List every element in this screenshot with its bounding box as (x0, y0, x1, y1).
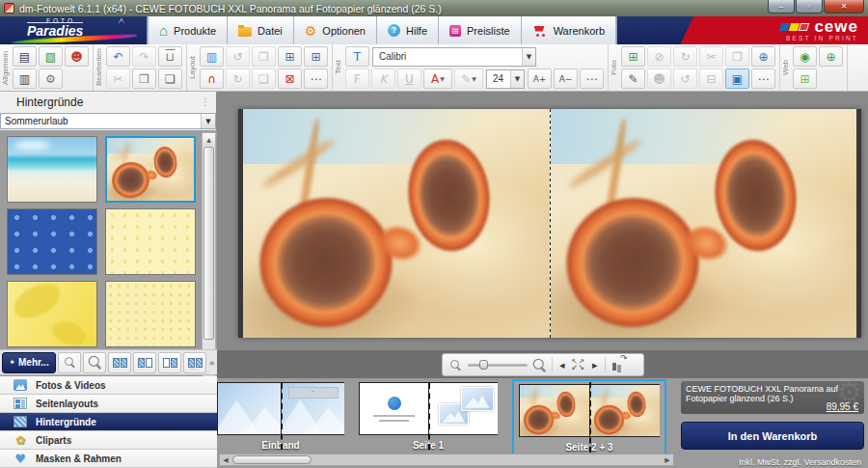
zoom-in-icon[interactable] (533, 358, 547, 372)
photo-lock-icon[interactable]: ⊘ (647, 46, 671, 67)
settings-icon[interactable]: ⚙ (39, 69, 63, 89)
page-left[interactable] (243, 109, 550, 338)
next-page-icon[interactable]: ▸ (592, 359, 598, 372)
photo-crop-icon[interactable]: ✂ (699, 46, 723, 67)
exit-icon[interactable]: ☻ (65, 46, 89, 67)
sidebar-item-cliparts[interactable]: ✿Cliparts (0, 431, 217, 450)
zoom-slider[interactable] (468, 364, 528, 367)
photo-globe-icon[interactable]: ⊕ (751, 46, 775, 67)
text-more-icon[interactable]: ⋯ (580, 69, 604, 89)
scroll-right-icon[interactable]: ▶ (662, 456, 673, 464)
zoom-slider-knob[interactable] (479, 360, 488, 370)
close-button[interactable]: ✕ (824, 0, 864, 14)
font-size-select[interactable]: 24▼ (486, 69, 525, 89)
zoom-out-icon[interactable] (450, 360, 461, 371)
nav-button-datei[interactable]: Datei (228, 16, 294, 44)
font-larger-icon[interactable]: A+ (528, 69, 552, 89)
grid-icon[interactable]: ▥ (200, 46, 224, 67)
background-blue-pattern[interactable] (7, 208, 97, 275)
chevron-down-icon[interactable]: ▼ (522, 48, 535, 66)
scrollbar-thumb[interactable] (203, 147, 214, 340)
background-category-select[interactable]: Sommerurlaub ▼ (0, 113, 216, 129)
photo-more-icon[interactable]: ⋯ (751, 69, 775, 89)
photo-frame-icon[interactable]: ▣ (725, 69, 749, 89)
sidebar-item-backgrounds[interactable]: Hintergründe (0, 413, 217, 431)
rotate-right-icon[interactable]: ↻ (226, 69, 250, 89)
italic-icon[interactable]: K (371, 69, 395, 89)
fit-page-icon[interactable]: ↖↗↙↘ (572, 359, 586, 371)
nav-button-hilfe[interactable]: ?Hilfe (377, 16, 439, 44)
font-color-icon[interactable]: A▼ (423, 69, 452, 89)
scroll-left-icon[interactable]: ◀ (220, 456, 231, 464)
save-as-icon[interactable]: ▥ (13, 69, 37, 89)
mehr-button[interactable]: ✦ Mehr... (2, 352, 56, 373)
add-page-icon[interactable]: ⊞ (278, 46, 302, 67)
previous-page-icon[interactable]: ◂ (559, 359, 565, 372)
rotate-left-icon[interactable]: ↺ (226, 46, 250, 67)
trash-icon[interactable]: ⊔ (158, 46, 182, 67)
filmstrip-page-seite-2-3[interactable]: Seite 2 + 3 (512, 379, 666, 455)
background-yellow-flowers[interactable] (105, 208, 196, 275)
undo-icon[interactable]: ↶ (106, 46, 130, 67)
photo-people-icon[interactable]: ☻ (647, 69, 671, 89)
minimize-button[interactable]: – (768, 0, 795, 14)
background-sunglasses[interactable] (105, 136, 196, 203)
filmstrip-scrollbar-thumb[interactable] (232, 455, 312, 464)
bring-forward-icon[interactable]: ❐ (252, 46, 276, 67)
nav-button-warenkorb[interactable]: Warenkorb (522, 16, 616, 44)
web-grid-icon[interactable]: ⊞ (793, 69, 817, 89)
copy-icon[interactable]: ❐ (132, 69, 156, 89)
view-both-pages-icon[interactable] (108, 352, 131, 373)
sidebar-item-layouts[interactable]: Seitenlayouts (0, 395, 217, 413)
product-price[interactable]: 89,95 € (827, 401, 858, 412)
view-all-pages-icon[interactable] (183, 352, 206, 373)
expand-tools-icon[interactable]: » (209, 358, 215, 368)
view-right-page-icon[interactable] (158, 352, 181, 373)
nav-button-produkte[interactable]: ⌂Produkte (148, 16, 228, 44)
scroll-up-icon[interactable]: ▲ (203, 133, 215, 146)
add-text-icon[interactable]: T (345, 46, 369, 67)
open-icon[interactable]: ▧ (39, 46, 63, 67)
maximize-button[interactable]: ▫ (796, 0, 823, 14)
webcam-icon[interactable]: ◉ (793, 46, 817, 67)
cut-icon[interactable]: ✂ (106, 69, 130, 89)
editor-canvas[interactable] (217, 92, 868, 350)
nav-button-optionen[interactable]: ⚙Optionen (294, 16, 377, 44)
background-yellow-small[interactable] (105, 281, 196, 347)
filmstrip-page-seite-1[interactable]: Seite 1 (359, 382, 498, 451)
view-left-page-icon[interactable] (133, 352, 156, 373)
text-effect-icon[interactable]: ✎▼ (454, 69, 483, 89)
nav-button-preisliste[interactable]: ▤Preisliste (439, 16, 522, 44)
background-beach[interactable] (7, 136, 97, 203)
photo-copy-icon[interactable]: ❐ (725, 46, 749, 67)
layout-more-icon[interactable]: ⋯ (304, 69, 328, 89)
paste-icon[interactable]: ❏ (158, 69, 182, 89)
panel-menu-icon[interactable]: ⋮ (201, 96, 210, 107)
filmstrip-scrollbar[interactable]: ◀ ▶ (219, 454, 674, 466)
page-right[interactable] (550, 109, 856, 338)
filmstrip-page-einband[interactable]: Einband (217, 382, 344, 451)
web-globe-icon[interactable]: ⊕ (819, 46, 843, 67)
background-yellow-leaves[interactable] (7, 281, 97, 347)
thumb-size-large-icon[interactable] (83, 352, 106, 373)
font-smaller-icon[interactable]: A− (554, 69, 578, 89)
add-to-cart-button[interactable]: In den Warenkorb (681, 422, 864, 450)
photo-rotate2-icon[interactable]: ↺ (673, 69, 697, 89)
send-back-icon[interactable]: ❏ (252, 69, 276, 89)
photo-edit-icon[interactable]: ✎ (621, 69, 645, 89)
save-icon[interactable]: ▤ (13, 46, 37, 67)
insert-page-icon[interactable]: ⊞ (304, 46, 328, 67)
add-photo-icon[interactable]: ⊞ (621, 46, 645, 67)
magnet-icon[interactable]: ∩ (200, 69, 224, 89)
bold-icon[interactable]: F (345, 69, 369, 89)
photo-spread-icon[interactable]: ⊟ (699, 69, 723, 89)
delete-page-icon[interactable]: ⊠ (278, 69, 302, 89)
photo-rotate-icon[interactable]: ↻ (673, 46, 697, 67)
font-family-select[interactable]: Calibri▼ (372, 47, 536, 67)
redo-icon[interactable]: ↷ (132, 46, 156, 67)
chevron-down-icon[interactable]: ▼ (510, 70, 524, 88)
thumb-size-small-icon[interactable] (58, 352, 81, 373)
underline-icon[interactable]: U (397, 69, 421, 89)
page-preview-icon[interactable] (612, 359, 625, 371)
sidebar-item-masks[interactable]: ♥Masken & Rahmen (0, 450, 217, 468)
